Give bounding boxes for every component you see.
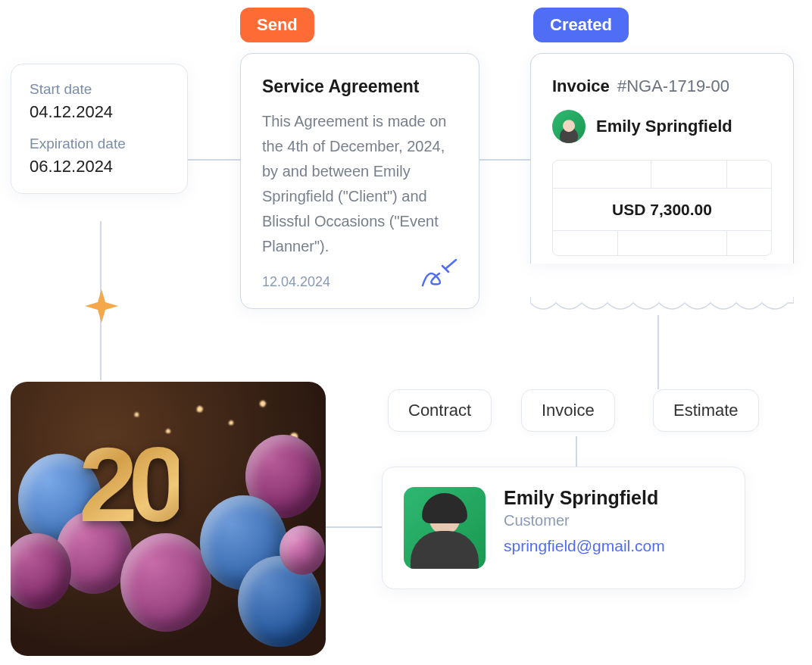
balloon-number: 20: [79, 423, 179, 546]
connector-line: [326, 526, 382, 528]
invoice-card[interactable]: Invoice #NGA-1719-00 Emily Springfield U…: [530, 53, 794, 264]
event-photo: 20: [11, 382, 326, 656]
connector-line: [657, 315, 659, 389]
sparkle-icon: [83, 288, 120, 324]
customer-card[interactable]: Emily Springfield Customer springfield@g…: [382, 467, 745, 589]
customer-role: Customer: [504, 512, 665, 529]
connector-line: [188, 159, 240, 161]
invoice-number: #NGA-1719-00: [617, 76, 729, 95]
signature-icon: [418, 258, 461, 295]
customer-name: Emily Springfield: [504, 487, 665, 509]
start-date-value: 04.12.2024: [30, 102, 169, 122]
invoice-label: Invoice: [552, 76, 610, 95]
tab-invoice[interactable]: Invoice: [521, 389, 615, 432]
invoice-person-name: Emily Springfield: [596, 117, 732, 136]
agreement-body: This Agreement is made on the 4th of Dec…: [262, 109, 458, 259]
avatar: [552, 110, 586, 143]
expiration-date-value: 06.12.2024: [30, 157, 169, 176]
invoice-title: Invoice #NGA-1719-00: [552, 76, 772, 96]
customer-email[interactable]: springfield@gmail.com: [504, 537, 665, 555]
invoice-person: Emily Springfield: [552, 110, 772, 143]
customer-avatar: [404, 487, 486, 569]
start-date-label: Start date: [30, 81, 169, 98]
svg-rect-0: [531, 297, 793, 298]
connector-line: [576, 436, 577, 467]
created-badge: Created: [533, 8, 629, 42]
invoice-receipt-edge: [530, 297, 794, 315]
expiration-date-label: Expiration date: [30, 136, 169, 152]
service-agreement-card[interactable]: Service Agreement This Agreement is made…: [240, 53, 479, 309]
dates-card: Start date 04.12.2024 Expiration date 06…: [11, 64, 188, 194]
invoice-table: USD 7,300.00: [552, 160, 772, 256]
tab-estimate[interactable]: Estimate: [653, 389, 759, 432]
invoice-amount: USD 7,300.00: [553, 189, 771, 231]
tab-contract[interactable]: Contract: [388, 389, 492, 432]
agreement-title: Service Agreement: [262, 76, 458, 97]
connector-line: [479, 159, 530, 161]
send-badge: Send: [240, 8, 314, 42]
